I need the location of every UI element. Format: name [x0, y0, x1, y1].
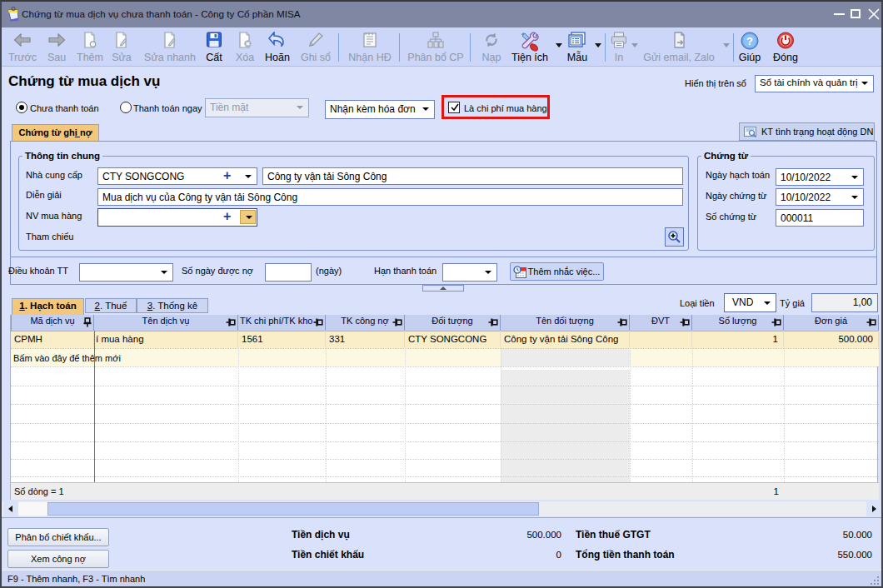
svg-text:?: ?: [746, 35, 753, 47]
